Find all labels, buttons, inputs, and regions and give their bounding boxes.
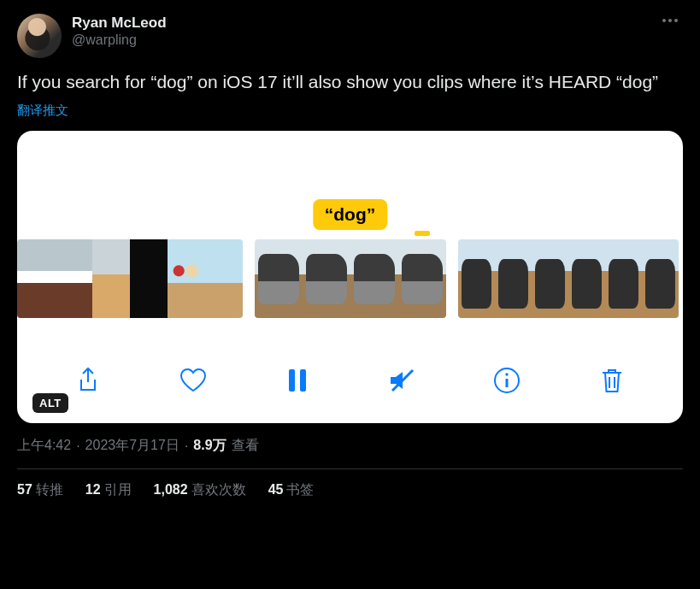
- caption-marker: [415, 231, 430, 236]
- tweet-header: Ryan McLeod @warpling: [17, 14, 683, 58]
- avatar[interactable]: [17, 14, 62, 58]
- media-attachment[interactable]: “dog”: [17, 131, 683, 423]
- share-icon[interactable]: [70, 362, 106, 398]
- tweet-container: Ryan McLeod @warpling If you search for …: [0, 0, 700, 513]
- tweet-time[interactable]: 上午4:42: [17, 437, 71, 455]
- tweet-meta: 上午4:42 · 2023年7月17日 · 8.9万 查看: [17, 437, 683, 455]
- views-count: 8.9万: [193, 437, 226, 455]
- divider: [17, 468, 683, 469]
- display-name: Ryan McLeod: [72, 14, 167, 32]
- bookmarks-stat[interactable]: 45书签: [268, 481, 315, 499]
- heart-icon[interactable]: [175, 362, 211, 398]
- trash-icon[interactable]: [594, 362, 630, 398]
- clip-thumbnail-group: [17, 239, 243, 318]
- likes-stat[interactable]: 1,082喜欢次数: [154, 481, 246, 499]
- tweet-stats: 57转推 12引用 1,082喜欢次数 45书签: [17, 481, 683, 499]
- author-names[interactable]: Ryan McLeod @warpling: [72, 14, 167, 49]
- info-icon[interactable]: [489, 362, 525, 398]
- mute-icon[interactable]: [385, 362, 421, 398]
- tweet-text: If you search for “dog” on iOS 17 it’ll …: [17, 70, 683, 94]
- caption-bubble: “dog”: [313, 199, 387, 230]
- tweet-date[interactable]: 2023年7月17日: [85, 437, 179, 455]
- quotes-stat[interactable]: 12引用: [85, 481, 132, 499]
- media-toolbar: [17, 353, 683, 408]
- clip-thumbnail-group: [255, 239, 446, 318]
- svg-rect-1: [300, 369, 306, 392]
- svg-point-3: [506, 374, 509, 376]
- clip-thumbnail-group: [458, 239, 679, 318]
- handle: @warpling: [72, 32, 167, 49]
- more-options-icon[interactable]: [657, 14, 683, 27]
- video-scrubber[interactable]: [17, 239, 683, 318]
- alt-badge[interactable]: ALT: [32, 393, 68, 413]
- views-label: 查看: [232, 437, 259, 455]
- retweets-stat[interactable]: 57转推: [17, 481, 63, 499]
- translate-link[interactable]: 翻译推文: [17, 103, 68, 119]
- svg-rect-0: [289, 369, 295, 392]
- pause-icon[interactable]: [279, 362, 315, 398]
